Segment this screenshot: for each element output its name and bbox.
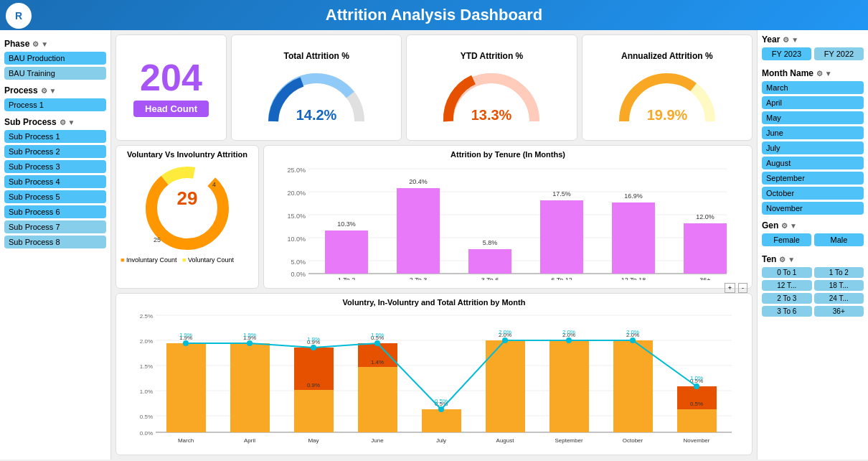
svg-text:25: 25 (154, 236, 161, 243)
svg-text:25.0%: 25.0% (287, 167, 306, 174)
svg-text:October: October (623, 437, 643, 444)
svg-text:November: November (684, 437, 710, 444)
svg-text:36+: 36+ (699, 276, 710, 280)
year-fy2023[interactable]: FY 2023 (762, 47, 811, 60)
svg-text:13.3%: 13.3% (471, 107, 512, 123)
monthly-title: Voluntry, In-Voluntry and Total Attritio… (121, 298, 747, 307)
svg-rect-72 (677, 409, 717, 432)
phase-filter-icon[interactable]: ⚙ ▼ (32, 40, 48, 48)
process-filter-icon[interactable]: ⚙ ▼ (41, 87, 57, 95)
month-june[interactable]: June (762, 126, 864, 139)
svg-text:0.5%: 0.5% (690, 401, 703, 407)
svg-rect-60 (422, 409, 461, 432)
subprocess-btn-2[interactable]: Sub Process 3 (4, 160, 106, 173)
bar-3 (540, 200, 583, 274)
subprocess-btn-3[interactable]: Sub Process 4 (4, 175, 106, 188)
svg-text:1.5%: 1.5% (140, 363, 153, 370)
svg-rect-55 (358, 367, 397, 432)
charts-row: Voluntary Vs Involuntry Attrition 29 25 … (115, 145, 753, 289)
headcount-label: Head Count (133, 101, 209, 117)
total-attrition-title: Total Attrition % (284, 51, 349, 61)
subprocess-btn-1[interactable]: Sub Process 2 (4, 145, 106, 158)
svg-point-80 (374, 340, 380, 346)
month-march[interactable]: March (762, 81, 864, 94)
svg-text:0.0%: 0.0% (291, 271, 306, 278)
month-april[interactable]: April (762, 96, 864, 109)
ten-section: Ten ⚙ ▼ 0 To 1 1 To 2 12 T... 18 T... 2 … (762, 254, 864, 317)
svg-text:3 To 6: 3 To 6 (481, 276, 499, 280)
phase-btn-0[interactable]: BAU Production (4, 52, 106, 65)
svg-text:March: March (178, 437, 194, 444)
ten-0to1[interactable]: 0 To 1 (762, 267, 812, 278)
subprocess-btn-0[interactable]: Sub Process 1 (4, 130, 106, 143)
month-november[interactable]: November (762, 202, 864, 215)
tenure-chart: Attrition by Tenure (In Months) 25.0% 20… (263, 145, 753, 289)
svg-text:6 To 12: 6 To 12 (551, 276, 572, 280)
svg-point-82 (502, 337, 508, 343)
svg-text:2.0%: 2.0% (140, 338, 153, 345)
subprocess-btn-6[interactable]: Sub Process 7 (4, 220, 106, 233)
ten-2to3[interactable]: 2 To 3 (762, 293, 812, 304)
annualized-gauge: 19.9% (613, 64, 721, 125)
year-buttons: FY 2023 FY 2022 (762, 47, 864, 62)
svg-rect-69 (613, 340, 653, 432)
svg-text:29: 29 (177, 187, 198, 209)
subprocess-btn-5[interactable]: Sub Process 6 (4, 205, 106, 218)
svg-text:5.0%: 5.0% (291, 259, 306, 266)
process-btn-0[interactable]: Process 1 (4, 98, 106, 111)
phase-btn-1[interactable]: BAU Training (4, 67, 106, 80)
ten-36plus[interactable]: 36+ (814, 306, 864, 317)
month-july[interactable]: July (762, 141, 864, 154)
year-fy2022[interactable]: FY 2022 (814, 47, 864, 60)
kpi-ytd-attrition: YTD Attrition % 13.3% (406, 34, 577, 141)
bar-1 (397, 188, 440, 274)
svg-text:10.0%: 10.0% (287, 236, 306, 243)
svg-text:1 To 2: 1 To 2 (338, 276, 355, 280)
svg-text:September: September (555, 437, 582, 444)
year-label: Year ⚙ ▼ (762, 34, 864, 45)
svg-text:1.0%: 1.0% (140, 388, 153, 395)
month-may[interactable]: May (762, 111, 864, 124)
ten-24t[interactable]: 24 T... (814, 293, 864, 304)
svg-text:1.0%: 1.0% (690, 375, 703, 381)
main-content: 204 Head Count Total Attrition % 14.2% Y… (111, 30, 757, 460)
tenure-zoom-minus[interactable]: - (738, 283, 747, 293)
svg-text:1.9%: 1.9% (371, 332, 384, 338)
headcount-value: 204 (140, 59, 202, 96)
monthly-legend: ■ Voluntary Attrition % ■ In-Voluntary a… (121, 452, 747, 455)
monthly-chart: Voluntry, In-Voluntry and Total Attritio… (115, 293, 753, 455)
subprocess-btn-7[interactable]: Sub Process 8 (4, 236, 106, 248)
ten-12t[interactable]: 12 T... (762, 280, 812, 291)
tenure-svg: 25.0% 20.0% 15.0% 10.0% 5.0% 0.0% (268, 162, 747, 280)
svg-text:0.9%: 0.9% (307, 382, 320, 388)
ytd-attrition-gauge: 13.3% (438, 64, 545, 125)
svg-text:19.9%: 19.9% (646, 107, 687, 123)
subprocess-filter-icon[interactable]: ⚙ ▼ (60, 118, 75, 126)
ten-18t[interactable]: 18 T... (814, 280, 864, 291)
subprocess-btn-4[interactable]: Sub Process 5 (4, 190, 106, 203)
gen-label: Gen ⚙ ▼ (762, 220, 864, 230)
month-filter-icon[interactable]: ⚙ ▼ (816, 70, 832, 78)
svg-text:1.9%: 1.9% (179, 332, 192, 338)
gen-female[interactable]: Female (762, 233, 811, 246)
gen-section: Gen ⚙ ▼ Female Male (762, 220, 864, 248)
gen-male[interactable]: Male (814, 233, 864, 246)
dashboard-title: Attrition Analysis Dashboard (326, 6, 542, 24)
ten-1to2[interactable]: 1 To 2 (814, 267, 864, 278)
year-filter-icon[interactable]: ⚙ ▼ (783, 36, 798, 44)
gen-filter-icon[interactable]: ⚙ ▼ (781, 222, 797, 230)
tenure-zoom-plus[interactable]: + (725, 283, 735, 293)
ten-3to6[interactable]: 3 To 6 (762, 306, 812, 317)
svg-point-77 (183, 340, 189, 346)
svg-text:16.9%: 16.9% (624, 192, 643, 200)
annualized-title: Annualized Attrition % (621, 51, 713, 61)
svg-text:April: April (244, 437, 255, 444)
svg-point-84 (630, 337, 636, 343)
legend-invol: In-Voluntary attrition % (412, 455, 478, 455)
month-august[interactable]: August (762, 157, 864, 169)
month-section: Month Name ⚙ ▼ March April May June July… (762, 68, 864, 215)
month-october[interactable]: October (762, 187, 864, 200)
ten-filter-icon[interactable]: ⚙ ▼ (779, 256, 795, 264)
ten-buttons: 0 To 1 1 To 2 12 T... 18 T... 2 To 3 24 … (762, 267, 864, 317)
month-september[interactable]: September (762, 172, 864, 185)
